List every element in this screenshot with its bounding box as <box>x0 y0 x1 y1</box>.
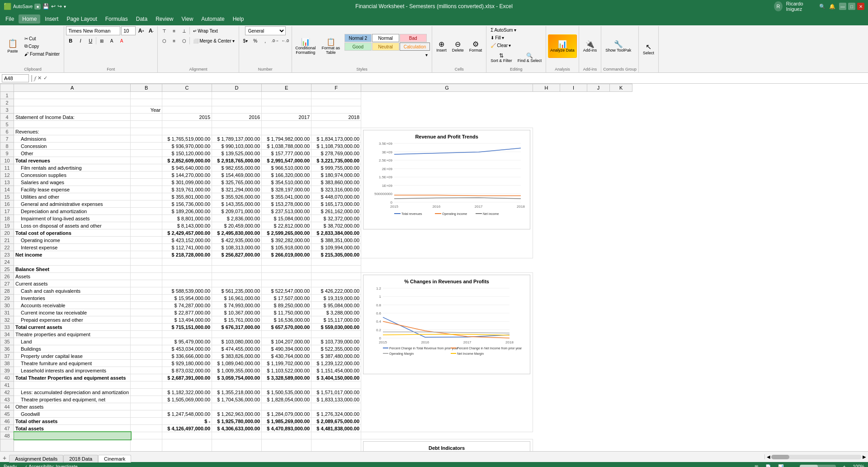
cell-c46[interactable]: $ - <box>162 418 212 425</box>
cell-a39[interactable]: Leasehold interests and improvements <box>14 367 131 374</box>
cell-a33[interactable]: Total current assets <box>14 324 131 331</box>
cell-c10[interactable]: $ 2,852,609,000.00 <box>162 157 212 164</box>
cell-b1[interactable] <box>131 92 162 99</box>
close-button[interactable]: ✕ <box>857 3 864 10</box>
cell-a22[interactable]: Interest expense <box>14 244 131 251</box>
cell-a48[interactable] <box>14 432 131 439</box>
cell-f7[interactable]: $ 1,834,173,000.00 <box>311 135 361 143</box>
cell-a36[interactable]: Buildings <box>14 345 131 353</box>
cell-b45[interactable] <box>131 410 162 418</box>
row-number-5[interactable]: 5 <box>0 121 14 128</box>
menu-home[interactable]: Home <box>19 14 40 24</box>
cell-b14[interactable] <box>131 186 162 193</box>
cell-d15[interactable]: $ 355,926,000.00 <box>212 193 262 200</box>
col-header-k[interactable]: K <box>610 84 632 92</box>
col-header-g[interactable]: G <box>361 84 533 92</box>
horizontal-scrollbar[interactable] <box>771 455 862 459</box>
cell-d22[interactable]: $ 108,313,000.00 <box>212 244 262 251</box>
col-header-b[interactable]: B <box>131 84 162 92</box>
row-number-41[interactable]: 41 <box>0 381 14 389</box>
cell-b43[interactable] <box>131 396 162 403</box>
menu-insert[interactable]: Insert <box>41 14 62 24</box>
row-number-45[interactable]: 45 <box>0 410 14 418</box>
conditional-formatting-button[interactable]: 📊 Conditional Formatting <box>294 34 317 58</box>
cell-d43[interactable]: $ 1,704,536,000.00 <box>212 396 262 403</box>
style-normal2[interactable]: Normal 2 <box>344 34 372 42</box>
fill-dropdown-icon[interactable]: ▾ <box>502 35 504 40</box>
cell-f10[interactable]: $ 3,221,735,000.00 <box>311 157 361 164</box>
cell-b25[interactable] <box>131 266 162 273</box>
cell-d10[interactable]: $ 2,918,765,000.00 <box>212 157 262 164</box>
cell-d11[interactable]: $ 982,655,000.00 <box>212 164 262 172</box>
cell-a34[interactable]: Theatre properties and equipment <box>14 331 131 338</box>
cell-e40[interactable]: $ 3,328,589,000.00 <box>262 374 311 381</box>
cell-b26[interactable] <box>131 273 162 280</box>
cell-d30[interactable]: $ 74,993,000.00 <box>212 302 262 309</box>
cell-e13[interactable]: $ 354,510,000.00 <box>262 179 311 186</box>
cell-d42[interactable]: $ 1,355,218,000.00 <box>212 389 262 396</box>
cell-a26[interactable]: Assets <box>14 273 131 280</box>
cell-f25[interactable] <box>311 266 361 273</box>
cell-b47[interactable] <box>131 425 162 432</box>
row-number-9[interactable]: 9 <box>0 150 14 157</box>
cell-c44[interactable] <box>162 403 212 410</box>
cell-e26[interactable] <box>262 273 311 280</box>
cell-b30[interactable] <box>131 302 162 309</box>
row-number-21[interactable]: 21 <box>0 237 14 244</box>
cell-e28[interactable]: $ 522,547,000.00 <box>262 287 311 295</box>
cell-f35[interactable]: $ 103,739,000.00 <box>311 338 361 345</box>
cell-f15[interactable]: $ 448,070,000.00 <box>311 193 361 200</box>
cell-f17[interactable]: $ 261,162,000.00 <box>311 208 361 215</box>
cell-c37[interactable]: $ 336,666,000.00 <box>162 353 212 360</box>
cell-c26[interactable] <box>162 273 212 280</box>
cell-e27[interactable] <box>262 280 311 287</box>
menu-view[interactable]: View <box>178 14 197 24</box>
font-size-input[interactable] <box>121 26 136 35</box>
menu-automate[interactable]: Automate <box>198 14 228 24</box>
menu-page-layout[interactable]: Page Layout <box>63 14 100 24</box>
row-number-14[interactable]: 14 <box>0 186 14 193</box>
cell-e29[interactable]: $ 17,507,000.00 <box>262 295 311 302</box>
cell-c30[interactable]: $ 74,287,000.00 <box>162 302 212 309</box>
function-button[interactable]: 𝑓 <box>34 75 36 81</box>
cell-d13[interactable]: $ 325,765,000.00 <box>212 179 262 186</box>
increase-decimal-button[interactable]: .0→ <box>271 36 280 45</box>
comma-button[interactable]: , <box>261 36 270 45</box>
row-number-32[interactable]: 32 <box>0 316 14 324</box>
zoom-in-icon[interactable]: + <box>843 464 846 467</box>
cell-e12[interactable]: $ 166,320,000.00 <box>262 172 311 179</box>
cell-d45[interactable]: $ 1,262,963,000.00 <box>212 410 262 418</box>
italic-button[interactable]: I <box>76 36 85 45</box>
cell-b27[interactable] <box>131 280 162 287</box>
cell-d38[interactable]: $ 1,089,040,000.00 <box>212 360 262 367</box>
cell-d44[interactable] <box>212 403 262 410</box>
cell-e6[interactable] <box>262 128 311 135</box>
cell-d28[interactable]: $ 561,235,000.00 <box>212 287 262 295</box>
cell-d1[interactable] <box>212 92 262 99</box>
cell-a1[interactable] <box>14 92 131 99</box>
copy-button[interactable]: ⧉ Copy <box>22 43 62 50</box>
cell-d7[interactable]: $ 1,789,137,000.00 <box>212 135 262 143</box>
cell-e4[interactable]: 2017 <box>262 114 311 121</box>
align-middle-button[interactable]: ≡ <box>170 26 179 35</box>
cell-a25[interactable]: Balance Sheet <box>14 266 131 273</box>
add-sheet-button[interactable]: + <box>0 453 9 462</box>
cell-f45[interactable]: $ 1,276,324,000.00 <box>311 410 361 418</box>
cell-a6[interactable]: Revenues: <box>14 128 131 135</box>
cell-d3[interactable] <box>212 106 262 114</box>
search-icon[interactable]: 🔍 <box>819 4 826 10</box>
cell-f11[interactable]: $ 999,755,000.00 <box>311 164 361 172</box>
cell-f20[interactable]: $ 2,833,384,000.00 <box>311 229 361 237</box>
cell-c17[interactable]: $ 189,206,000.00 <box>162 208 212 215</box>
cell-d36[interactable]: $ 474,455,000.00 <box>212 345 262 353</box>
cell-c8[interactable]: $ 936,970,000.00 <box>162 143 212 150</box>
cell-d18[interactable]: $ 2,836,000.00 <box>212 215 262 222</box>
fill-button[interactable]: ⬇ Fill ▾ <box>488 34 506 41</box>
cell-a5[interactable] <box>14 121 131 128</box>
cell-a49[interactable]: Liabilities and equity <box>14 439 131 452</box>
cell-a11[interactable]: Film rentals and advertising <box>14 164 131 172</box>
cell-a37[interactable]: Property under capital lease <box>14 353 131 360</box>
cell-e1[interactable] <box>262 92 311 99</box>
cell-b41[interactable] <box>131 381 162 389</box>
col-header-j[interactable]: J <box>587 84 610 92</box>
